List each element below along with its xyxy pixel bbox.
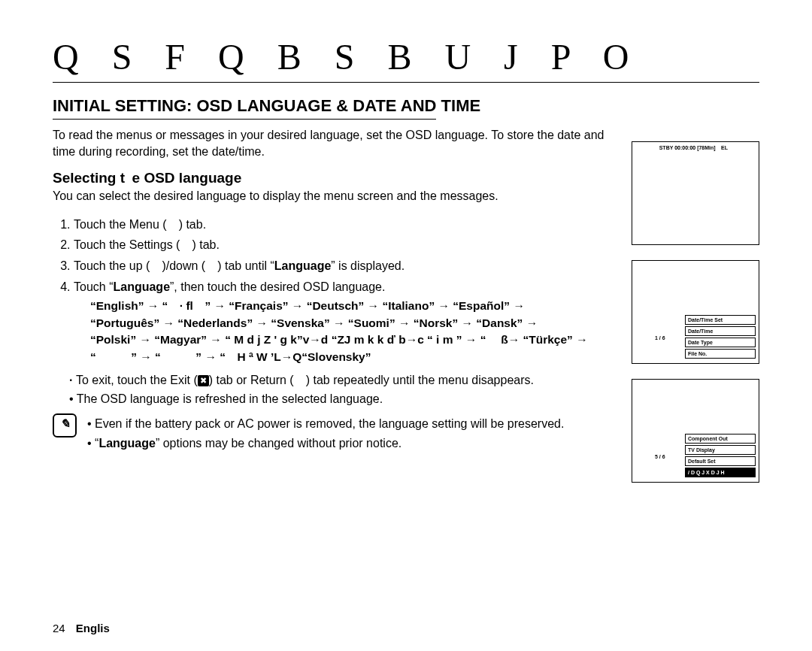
info-icon: ✎ [53, 413, 77, 438]
menu-row: TV Display [685, 445, 756, 455]
section-heading: INITIAL SETTING: OSD LANGUAGE & DATE AND… [53, 96, 759, 116]
note-change-bold: Language [98, 437, 156, 450]
lang-line-4: “ ” → “ ” → “ H ª W ’L→Q“Slovensky” [90, 349, 609, 365]
step-4-pre: Touch “ [74, 280, 113, 293]
step-3: Touch the up ( )/down ( ) tab until “Lan… [74, 256, 630, 276]
divider [53, 82, 759, 83]
close-icon: ✖ [198, 375, 209, 386]
step-3-pre: Touch the up ( )/down ( ) tab until “ [74, 259, 274, 272]
menu-row: Component Out [685, 434, 756, 444]
menu-row: Date/Time Set [685, 315, 756, 325]
note-preserve: Even if the battery pack or AC power is … [87, 415, 564, 432]
lang-line-1: “English” → “ · fl ” → “Français” → “Deu… [90, 298, 609, 314]
pager: 5 / 6 [655, 454, 665, 459]
step-1: Touch the Menu ( ) tab. [74, 215, 630, 235]
step-2: Touch the Settings ( ) tab. [74, 235, 630, 255]
screenshot-1: STBY 00:00:00 [78Min] EL [632, 141, 759, 245]
menu-row: Date/Time [685, 326, 756, 336]
step-4: Touch “Language”, then touch the desired… [74, 277, 630, 365]
subintro-paragraph: You can select the desired language to d… [53, 188, 609, 204]
note-exit: To exit, touch the Exit (✖) tab or Retur… [69, 371, 611, 389]
note-change: “Language” options may be changed withou… [87, 435, 564, 452]
note-refresh: The OSD language is refreshed in the sel… [69, 390, 611, 407]
note-exit-post: ) tab or Return ( ) tab repeatedly until… [209, 374, 534, 386]
heading-underline [53, 119, 436, 120]
menu-row: Date Type [685, 338, 756, 347]
menu-row: File No. [685, 349, 756, 359]
lang-line-3: “Polski” → “Magyar” → “ M d j Z ' g k”v→… [90, 332, 609, 348]
note-change-post: ” options may be changed without prior n… [156, 437, 401, 450]
intro-paragraph: To read the menus or messages in your de… [53, 127, 609, 159]
chapter-title: Q S F Q B S B U J P O [53, 36, 759, 77]
step-3-bold: Language [274, 259, 332, 272]
steps-list: Touch the Menu ( ) tab. Touch the Settin… [53, 215, 630, 365]
info-note: ✎ Even if the battery pack or AC power i… [53, 413, 624, 453]
page-number: 24 [53, 622, 65, 634]
menu-row: Default Set [685, 456, 756, 466]
screenshots-column: STBY 00:00:00 [78Min] EL 1 / 6 Date/Time… [632, 141, 761, 483]
menu-row-selected: / D Q J X D J H [685, 468, 756, 477]
screenshot-3: 5 / 6 Component Out TV Display Default S… [632, 379, 759, 483]
pager: 1 / 6 [655, 335, 665, 341]
step-3-post: ” is displayed. [331, 259, 404, 272]
step-4-post: ”, then touch the desired OSD language. [170, 280, 385, 293]
footer-text: Englis [76, 622, 110, 634]
lang-line-2: “Português” → “Nederlands” → “Svenska” →… [90, 315, 609, 332]
language-sequence: “English” → “ · fl ” → “Français” → “Deu… [90, 298, 609, 365]
step-4-bold: Language [113, 280, 170, 293]
screenshot-2: 1 / 6 Date/Time Set Date/Time Date Type … [632, 260, 759, 364]
note-exit-pre: To exit, touch the Exit ( [76, 374, 198, 386]
notes-list: To exit, touch the Exit (✖) tab or Retur… [69, 371, 611, 407]
page-footer: 24 Englis [53, 622, 110, 634]
status-bar: STBY 00:00:00 [78Min] EL [632, 142, 759, 153]
